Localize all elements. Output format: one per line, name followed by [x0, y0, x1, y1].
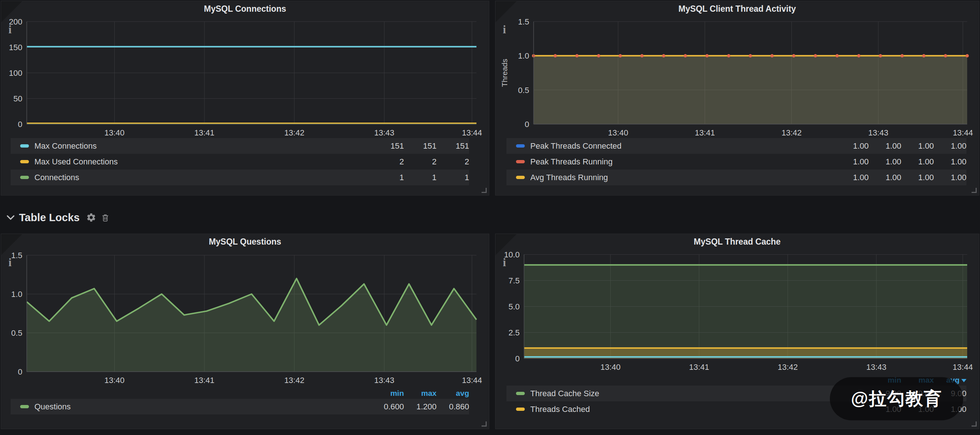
series-label[interactable]: Peak Threads Running	[530, 157, 612, 167]
thread-cache-chart[interactable]: 02.55.07.510.013:4013:4113:4213:4313:44	[498, 249, 977, 374]
svg-text:1.0: 1.0	[11, 290, 22, 299]
panel-title-thread-activity[interactable]: MySQL Client Thread Activity	[495, 1, 979, 16]
series-color-swatch[interactable]	[20, 160, 29, 163]
grafana-dashboard: i MySQL Connections 05010015020013:4013:…	[0, 0, 980, 435]
sort-caret-icon	[961, 379, 966, 382]
svg-text:13:44: 13:44	[462, 128, 482, 137]
series-label[interactable]: Peak Threads Connected	[530, 141, 622, 151]
legend-value: 1.00	[869, 141, 901, 151]
legend-series: Questions	[11, 402, 371, 411]
legend-series: Max Used Connections	[11, 157, 371, 167]
svg-text:13:42: 13:42	[778, 362, 798, 371]
legend-value: 1.00	[934, 157, 966, 167]
row-table-locks[interactable]: Table Locks	[5, 207, 114, 228]
svg-text:13:42: 13:42	[781, 128, 802, 137]
gear-icon	[86, 213, 96, 222]
svg-text:13:42: 13:42	[284, 376, 304, 385]
connections-chart[interactable]: 05010015020013:4013:4113:4213:4313:44	[4, 16, 486, 137]
trash-icon	[101, 213, 110, 222]
legend-header-min[interactable]: min	[371, 389, 404, 398]
panel-resize-handle[interactable]	[972, 188, 977, 193]
legend-header-max[interactable]: max	[404, 389, 436, 398]
series-color-swatch[interactable]	[20, 405, 29, 408]
legend-series: Connections	[11, 173, 371, 183]
panel-info-corner[interactable]: i	[495, 1, 517, 22]
series-color-swatch[interactable]	[516, 160, 525, 163]
legend-header-avg[interactable]: avg	[436, 389, 469, 398]
series-label[interactable]: Thread Cache Size	[530, 389, 599, 398]
legend-row: Connections111	[11, 170, 469, 185]
legend-header-row: minmaxavg	[11, 388, 469, 399]
series-color-swatch[interactable]	[516, 176, 525, 179]
legend-value: 1.00	[836, 141, 869, 151]
legend-row: Max Connections151151151	[11, 138, 469, 154]
svg-text:0.5: 0.5	[11, 329, 22, 338]
series-color-swatch[interactable]	[516, 144, 525, 148]
panel-resize-handle[interactable]	[972, 421, 977, 427]
legend-series: Avg Threads Running	[506, 173, 836, 183]
series-color-swatch[interactable]	[20, 144, 29, 148]
panel-title-connections[interactable]: MySQL Connections	[1, 1, 489, 16]
svg-text:13:42: 13:42	[284, 128, 304, 137]
legend-series: Peak Threads Connected	[506, 141, 836, 151]
panel-info-corner[interactable]: i	[1, 234, 22, 255]
info-icon: i	[503, 256, 506, 269]
svg-text:1.0: 1.0	[518, 51, 529, 60]
svg-text:5.0: 5.0	[508, 302, 520, 311]
legend-row: Peak Threads Running1.001.001.001.00	[506, 154, 966, 170]
panel-title-questions[interactable]: MySQL Questions	[1, 234, 489, 249]
panel-mysql-client-thread-activity: i MySQL Client Thread Activity 00.51.01.…	[495, 1, 979, 195]
section-title[interactable]: Table Locks	[19, 212, 80, 224]
questions-chart[interactable]: 00.51.01.513:4013:4113:4213:4313:44	[4, 249, 486, 387]
legend-row: Questions0.6001.2000.860	[11, 399, 469, 414]
series-label[interactable]: Threads Cached	[530, 405, 590, 414]
svg-text:13:41: 13:41	[194, 128, 215, 137]
svg-text:7.5: 7.5	[508, 276, 520, 285]
svg-text:13:40: 13:40	[104, 376, 124, 385]
legend-value: 1.00	[869, 157, 901, 167]
legend-value: 151	[436, 141, 469, 151]
series-label[interactable]: Avg Threads Running	[530, 173, 608, 183]
legend-value: 1	[436, 173, 469, 183]
series-color-swatch[interactable]	[516, 408, 525, 411]
svg-text:13:43: 13:43	[374, 376, 395, 385]
thread-activity-chart[interactable]: 00.51.01.513:4013:4113:4213:4313:44Threa…	[498, 16, 977, 137]
questions-legend: minmaxavgQuestions0.6001.2000.860	[11, 388, 469, 414]
legend-value: 151	[371, 141, 404, 151]
legend-row: Peak Threads Connected1.001.001.001.00	[506, 138, 966, 154]
panel-resize-handle[interactable]	[482, 188, 487, 193]
legend-series: Max Connections	[11, 141, 371, 151]
svg-text:13:44: 13:44	[953, 128, 973, 137]
legend-value: 1.00	[901, 157, 934, 167]
legend-value: 1.00	[836, 157, 869, 167]
row-delete-button[interactable]	[101, 213, 110, 222]
panel-title-thread-cache[interactable]: MySQL Thread Cache	[495, 234, 979, 249]
series-label[interactable]: Max Used Connections	[34, 157, 118, 167]
panel-mysql-connections: i MySQL Connections 05010015020013:4013:…	[1, 1, 489, 195]
panel-info-corner[interactable]: i	[495, 234, 517, 255]
info-icon: i	[8, 256, 12, 269]
svg-text:0.5: 0.5	[518, 86, 529, 95]
chevron-down-icon[interactable]	[5, 212, 16, 223]
series-color-swatch[interactable]	[20, 176, 29, 179]
svg-text:13:44: 13:44	[462, 376, 482, 385]
svg-text:13:41: 13:41	[695, 128, 715, 137]
series-label[interactable]: Max Connections	[34, 141, 97, 151]
panel-resize-handle[interactable]	[482, 421, 487, 427]
svg-text:13:43: 13:43	[866, 362, 886, 371]
legend-value: 1.00	[934, 173, 966, 183]
row-settings-button[interactable]	[86, 213, 96, 222]
series-label[interactable]: Questions	[34, 402, 71, 411]
legend-value: 1.00	[901, 173, 934, 183]
legend-series: Peak Threads Running	[506, 157, 836, 167]
svg-text:50: 50	[14, 94, 22, 103]
series-label[interactable]: Connections	[34, 173, 79, 183]
svg-text:2.5: 2.5	[508, 328, 520, 337]
svg-text:150: 150	[9, 43, 22, 52]
panel-info-corner[interactable]: i	[1, 1, 22, 22]
series-color-swatch[interactable]	[516, 392, 525, 395]
legend-series: Thread Cache Size	[506, 389, 869, 398]
svg-text:0: 0	[525, 120, 529, 129]
legend-value: 1.200	[404, 402, 436, 411]
thread-activity-legend: Peak Threads Connected1.001.001.001.00Pe…	[506, 138, 966, 185]
